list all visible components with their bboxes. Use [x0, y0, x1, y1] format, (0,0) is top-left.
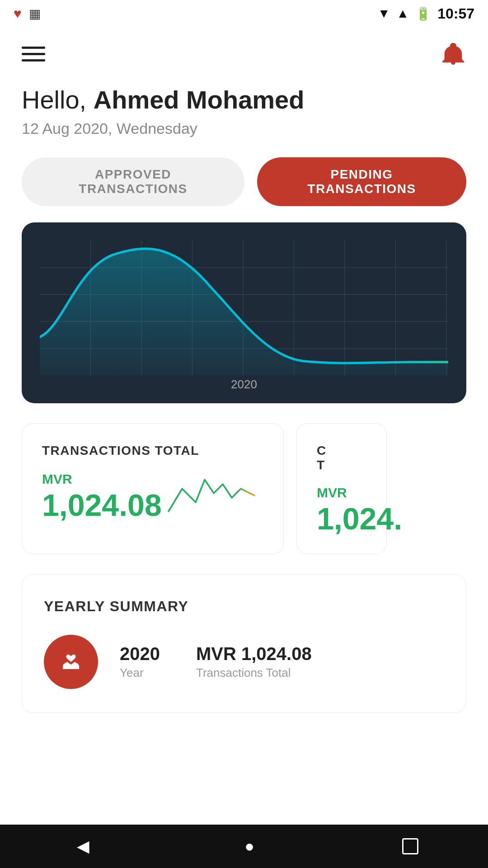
- transactions-total-card: TRANSACTIONS TOTAL MVR 1,024.08: [22, 423, 284, 554]
- status-icons-left: ♥ ▦: [14, 6, 41, 21]
- signal-icon: ▲: [396, 6, 409, 21]
- home-button[interactable]: ●: [236, 833, 263, 860]
- sparkline-chart: [164, 471, 263, 520]
- tab-approved[interactable]: APPROVED TRANSACTIONS: [22, 157, 244, 206]
- status-bar: ♥ ▦ ▼ ▲ 🔋 10:57: [0, 0, 488, 27]
- yearly-year-value: 2020: [120, 644, 160, 664]
- card-title-transactions-total: TRANSACTIONS TOTAL: [42, 443, 263, 458]
- notification-bell-icon[interactable]: [440, 40, 466, 68]
- second-card-title: C T: [317, 443, 366, 472]
- yearly-avatar: [44, 635, 98, 689]
- yearly-summary-title: YEARLY SUMMARY: [44, 598, 444, 615]
- yearly-amount-value: MVR 1,024.08: [196, 644, 312, 664]
- second-card-partial: C T MVR 1,024.: [296, 423, 387, 554]
- card-left: MVR 1,024.08: [42, 472, 162, 520]
- card-amount: 1,024.08: [42, 490, 162, 520]
- top-nav: [0, 27, 488, 80]
- battery-icon: 🔋: [415, 6, 431, 21]
- second-card-currency: MVR: [317, 485, 366, 500]
- clock: 10:57: [437, 5, 474, 22]
- card-body-transactions-total: MVR 1,024.08: [42, 471, 263, 520]
- yearly-year-block: 2020 Year: [120, 644, 160, 680]
- bottom-nav: ◀ ●: [0, 825, 488, 868]
- recent-apps-button[interactable]: [402, 838, 418, 854]
- tab-row: APPROVED TRANSACTIONS PENDING TRANSACTIO…: [22, 157, 466, 206]
- second-card-amount: 1,024.: [317, 503, 366, 534]
- greeting-section: Hello, Ahmed Mohamed 12 Aug 2020, Wednes…: [22, 85, 466, 137]
- chart-container: 2020: [22, 222, 466, 403]
- wifi-icon: ▼: [378, 6, 390, 21]
- main-content: Hello, Ahmed Mohamed 12 Aug 2020, Wednes…: [0, 85, 488, 713]
- yearly-row: 2020 Year MVR 1,024.08 Transactions Tota…: [44, 635, 444, 689]
- card-currency: MVR: [42, 472, 162, 487]
- yearly-amount-block: MVR 1,024.08 Transactions Total: [196, 644, 312, 680]
- tab-pending[interactable]: PENDING TRANSACTIONS: [257, 157, 466, 206]
- greeting-date: 12 Aug 2020, Wednesday: [22, 120, 466, 137]
- sim-icon: ▦: [29, 6, 41, 21]
- trend-chart: [40, 241, 448, 385]
- yearly-year-label: Year: [120, 666, 160, 680]
- yearly-info: 2020 Year MVR 1,024.08 Transactions Tota…: [120, 644, 312, 680]
- yearly-summary-section: YEARLY SUMMARY 2020 Year MVR 1,024.08 Tr…: [22, 574, 466, 713]
- chart-year-label: 2020: [231, 377, 257, 392]
- greeting-text: Hello, Ahmed Mohamed: [22, 85, 466, 114]
- yearly-amount-label: Transactions Total: [196, 666, 312, 680]
- status-icons-right: ▼ ▲ 🔋 10:57: [378, 5, 474, 22]
- back-button[interactable]: ◀: [70, 833, 97, 860]
- charity-icon: [57, 648, 84, 675]
- heart-icon: ♥: [14, 6, 22, 21]
- hamburger-menu-button[interactable]: [22, 47, 45, 61]
- cards-row: TRANSACTIONS TOTAL MVR 1,024.08: [22, 423, 466, 554]
